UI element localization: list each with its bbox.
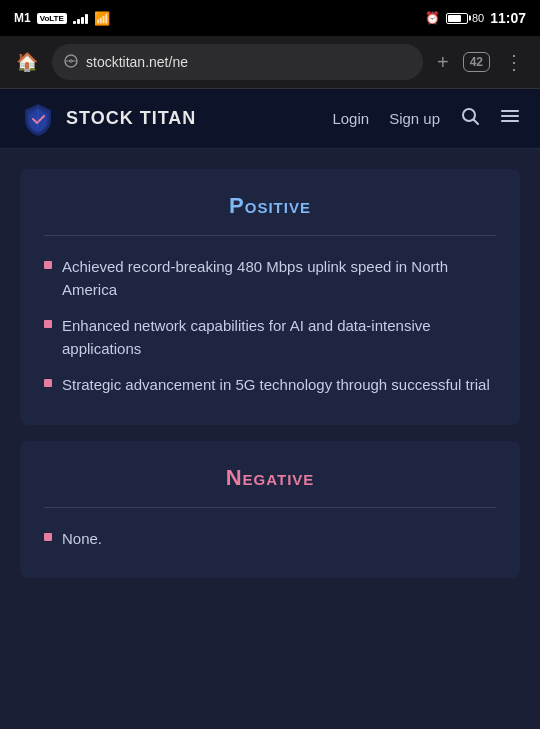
positive-section-title: Positive <box>44 193 496 219</box>
negative-section-card: Negative None. <box>20 441 520 579</box>
login-link[interactable]: Login <box>332 110 369 127</box>
positive-bullet-1: Achieved record-breaking 480 Mbps uplink… <box>62 256 496 301</box>
bullet-icon <box>44 533 52 541</box>
battery-icon: 80 <box>446 12 484 24</box>
signal-bars-icon <box>73 12 88 24</box>
search-icon[interactable] <box>460 106 480 131</box>
home-button[interactable]: 🏠 <box>12 47 42 77</box>
tabs-count-button[interactable]: 42 <box>463 52 490 72</box>
carrier-label: M1 <box>14 11 31 25</box>
positive-bullet-3: Strategic advancement in 5G technology t… <box>62 374 490 397</box>
add-tab-button[interactable]: + <box>433 47 453 78</box>
site-info-icon <box>64 54 78 71</box>
list-item: None. <box>44 528 496 551</box>
wifi-icon: 📶 <box>94 11 110 26</box>
url-text: stocktitan.net/ne <box>86 54 411 70</box>
browser-chrome: 🏠 stocktitan.net/ne + 42 ⋮ <box>0 36 540 89</box>
negative-bullet-1: None. <box>62 528 102 551</box>
status-left: M1 VoLTE 📶 <box>14 11 110 26</box>
menu-icon[interactable] <box>500 106 520 131</box>
positive-bullet-list: Achieved record-breaking 480 Mbps uplink… <box>44 256 496 397</box>
alarm-icon: ⏰ <box>425 11 440 25</box>
status-right: ⏰ 80 11:07 <box>425 10 526 26</box>
main-content: Positive Achieved record-breaking 480 Mb… <box>0 149 540 614</box>
time-display: 11:07 <box>490 10 526 26</box>
svg-line-3 <box>474 120 479 125</box>
negative-bullet-list: None. <box>44 528 496 551</box>
list-item: Achieved record-breaking 480 Mbps uplink… <box>44 256 496 301</box>
bullet-icon <box>44 379 52 387</box>
positive-section-card: Positive Achieved record-breaking 480 Mb… <box>20 169 520 425</box>
logo-shield-icon <box>20 101 56 137</box>
logo-container: STOCK TITAN <box>20 101 332 137</box>
negative-section-title: Negative <box>44 465 496 491</box>
more-options-button[interactable]: ⋮ <box>500 46 528 78</box>
list-item: Strategic advancement in 5G technology t… <box>44 374 496 397</box>
url-bar[interactable]: stocktitan.net/ne <box>52 44 423 80</box>
signup-link[interactable]: Sign up <box>389 110 440 127</box>
bullet-icon <box>44 320 52 328</box>
bullet-icon <box>44 261 52 269</box>
volte-badge: VoLTE <box>37 13 67 24</box>
positive-divider <box>44 235 496 236</box>
logo-text: STOCK TITAN <box>66 108 196 129</box>
nav-bar: STOCK TITAN Login Sign up <box>0 89 540 149</box>
negative-divider <box>44 507 496 508</box>
nav-links: Login Sign up <box>332 106 520 131</box>
status-bar: M1 VoLTE 📶 ⏰ 80 11:07 <box>0 0 540 36</box>
list-item: Enhanced network capabilities for AI and… <box>44 315 496 360</box>
positive-bullet-2: Enhanced network capabilities for AI and… <box>62 315 496 360</box>
battery-percent: 80 <box>472 12 484 24</box>
